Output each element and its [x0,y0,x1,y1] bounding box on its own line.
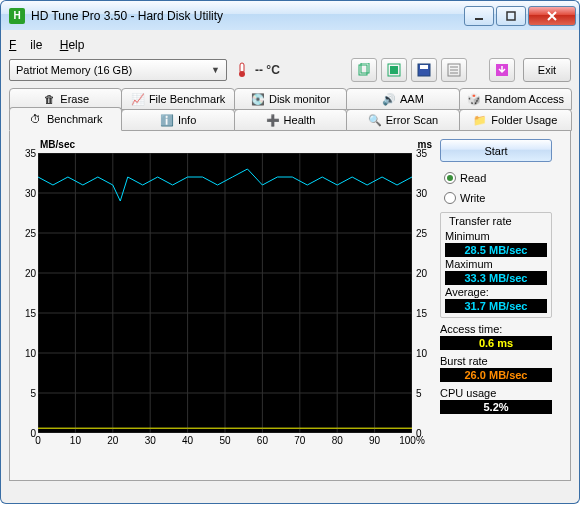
chevron-down-icon: ▼ [211,65,220,75]
svg-rect-0 [475,18,483,20]
access-value: 0.6 ms [440,336,552,350]
radio-dot-icon [444,192,456,204]
toolbar: Patriot Memory (16 GB) ▼ -- °C Exit [9,58,571,82]
temperature-value: -- °C [255,63,280,77]
copy-info-button[interactable] [351,58,377,82]
max-label: Maximum [445,258,547,270]
svg-rect-1 [507,12,515,20]
avg-value: 31.7 MB/sec [445,299,547,313]
save-button[interactable] [411,58,437,82]
drive-select-value: Patriot Memory (16 GB) [16,64,132,76]
tab-benchmark[interactable]: ⏱Benchmark [9,107,122,131]
exit-button[interactable]: Exit [523,58,571,82]
transfer-rate-group: Transfer rate Minimum 28.5 MB/sec Maximu… [440,212,552,318]
copy-screenshot-button[interactable] [381,58,407,82]
max-value: 33.3 MB/sec [445,271,547,285]
min-label: Minimum [445,230,547,242]
info-icon: ℹ️ [160,113,174,127]
results-panel: Start Read Write Transfer rate Minimum 2… [440,139,552,472]
close-button[interactable] [528,6,576,26]
min-value: 28.5 MB/sec [445,243,547,257]
window-controls [463,6,577,26]
tab-error-scan[interactable]: 🔍Error Scan [346,109,459,131]
radio-dot-icon [444,172,456,184]
download-button[interactable] [489,58,515,82]
tab-random-access[interactable]: 🎲Random Access [459,88,572,110]
write-radio[interactable]: Write [440,190,552,206]
health-icon: ➕ [266,113,280,127]
svg-rect-7 [390,66,398,74]
svg-point-3 [239,71,245,77]
title-bar: H HD Tune Pro 3.50 - Hard Disk Utility [0,0,580,30]
magnifier-icon: 🔍 [368,113,382,127]
folder-icon: 📁 [473,113,487,127]
menu-help[interactable]: Help [60,38,85,52]
trash-icon: 🗑 [42,92,56,106]
burst-label: Burst rate [440,355,552,367]
start-button[interactable]: Start [440,139,552,162]
tab-folder-usage[interactable]: 📁Folder Usage [459,109,572,131]
tab-health[interactable]: ➕Health [234,109,347,131]
menu-bar: File Help [9,36,571,58]
tab-strip: 🗑Erase 📈File Benchmark 💽Disk monitor 🔊AA… [9,88,571,481]
options-button[interactable] [441,58,467,82]
access-label: Access time: [440,323,552,335]
chart-area: MB/sec ms 35302520151050 35302520151050 … [18,139,432,472]
benchmark-chart [38,153,412,433]
tab-file-benchmark[interactable]: 📈File Benchmark [121,88,234,110]
svg-rect-9 [420,65,428,69]
benchmark-panel: MB/sec ms 35302520151050 35302520151050 … [9,131,571,481]
tab-disk-monitor[interactable]: 💽Disk monitor [234,88,347,110]
thermometer-icon [235,61,249,79]
random-icon: 🎲 [467,92,481,106]
cpu-value: 5.2% [440,400,552,414]
cpu-label: CPU usage [440,387,552,399]
gauge-icon: ⏱ [29,112,43,126]
read-radio[interactable]: Read [440,170,552,186]
menu-file[interactable]: File [9,38,42,52]
window-body: File Help Patriot Memory (16 GB) ▼ -- °C… [0,30,580,504]
tab-aam[interactable]: 🔊AAM [346,88,459,110]
disk-icon: 💽 [251,92,265,106]
avg-label: Average: [445,286,547,298]
burst-value: 26.0 MB/sec [440,368,552,382]
maximize-button[interactable] [496,6,526,26]
minimize-button[interactable] [464,6,494,26]
drive-select[interactable]: Patriot Memory (16 GB) ▼ [9,59,227,81]
file-chart-icon: 📈 [131,92,145,106]
window-title: HD Tune Pro 3.50 - Hard Disk Utility [31,9,463,23]
speaker-icon: 🔊 [382,92,396,106]
tab-info[interactable]: ℹ️Info [121,109,234,131]
y-axis-left-label: MB/sec [40,139,75,150]
app-icon: H [9,8,25,24]
